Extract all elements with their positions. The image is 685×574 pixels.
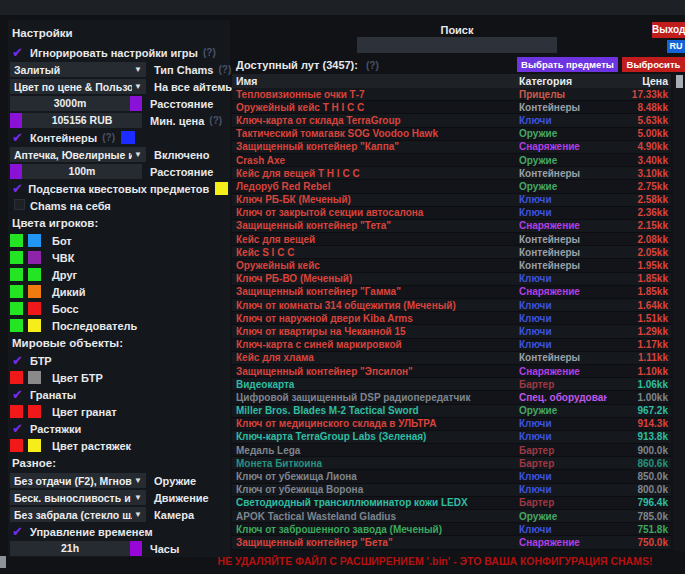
color-swatch[interactable] xyxy=(28,302,41,315)
loot-table-row[interactable]: Ключ от убежища ВоронаКлючи800.0k xyxy=(232,484,671,497)
dropdown[interactable]: Без отдачи (F2), Мгновенное п▼ xyxy=(10,473,146,488)
select-kappa-items-button[interactable]: Выбрать предметы каппа xyxy=(517,57,618,72)
loot-table-row[interactable]: Тепловизионные очки Т-7Прицелы17.33kk xyxy=(232,88,671,101)
loot-table-row[interactable]: Ключ от закрытой секции автосалонаКлючи2… xyxy=(232,207,671,220)
loot-table-row[interactable]: Ключ-карта с синей маркировкойКлючи1.17k… xyxy=(232,339,671,352)
dropdown[interactable]: Залитый▼ xyxy=(10,62,146,77)
loot-table-row[interactable]: Кейс для вещейКонтейнеры2.08kk xyxy=(232,233,671,246)
loot-table-row[interactable]: Ледоруб Red RebelОружие2.75kk xyxy=(232,180,671,193)
loot-table-row[interactable]: Ключ от медицинского склада в УЛЬТРАКлюч… xyxy=(232,418,671,431)
loot-table-row[interactable]: Ключ-карта от склада TerraGroupКлючи5.63… xyxy=(232,114,671,127)
loot-table-row[interactable]: ВидеокартаБартер1.06kk xyxy=(232,378,671,391)
loot-table-row[interactable]: Кейс для вещей T H I C CКонтейнеры3.10kk xyxy=(232,167,671,180)
input-label: Часы xyxy=(150,543,179,555)
color-swatch[interactable] xyxy=(28,371,41,384)
loot-table-row[interactable]: Ключ РБ-БК (Меченый)Ключи2.58kk xyxy=(232,194,671,207)
loot-table-row[interactable]: Защищенный контейнер "Эпсилон"Снаряжение… xyxy=(232,365,671,378)
color-swatch[interactable] xyxy=(10,405,23,418)
color-swatch[interactable] xyxy=(10,113,22,128)
color-swatch[interactable] xyxy=(10,164,22,179)
loot-table-row[interactable]: Оружейный кейс T H I C CКонтейнеры8.48kk xyxy=(232,101,671,114)
color-swatch[interactable] xyxy=(10,319,23,332)
checkbox-checked[interactable]: ✔ xyxy=(10,130,30,145)
loot-hint-icon[interactable]: (?) xyxy=(366,60,379,71)
checkbox-checked[interactable]: ✔ xyxy=(10,353,30,368)
dropdown[interactable]: Без забрала (стекло шлема)▼ xyxy=(10,507,146,522)
loot-table-row[interactable]: Монета БиткоинаБартер860.6k xyxy=(232,457,671,470)
dropdown[interactable]: Цвет по цене & Пользователь▼ xyxy=(10,79,146,94)
color-swatch[interactable] xyxy=(28,268,41,281)
left-edge-handle[interactable] xyxy=(0,556,6,568)
dropdown-value: Без отдачи (F2), Мгновенное п xyxy=(14,475,132,487)
color-swatch[interactable] xyxy=(10,285,23,298)
hint-icon[interactable]: (?) xyxy=(209,115,222,126)
color-swatch[interactable] xyxy=(28,234,41,247)
loot-table-row[interactable]: Ключ от квартиры на Чеканной 15Ключи1.29… xyxy=(232,325,671,338)
checkbox-checked[interactable]: ✔ xyxy=(10,421,30,436)
value-input[interactable]: 3000m xyxy=(10,96,130,111)
checkbox-unchecked[interactable] xyxy=(10,198,30,213)
hint-icon[interactable]: (?) xyxy=(203,47,216,58)
color-swatch[interactable] xyxy=(10,234,23,247)
value-input[interactable]: 105156 RUB xyxy=(22,113,142,128)
drop-all-button[interactable]: Выбросить все xyxy=(622,57,685,72)
chevron-down-icon: ▼ xyxy=(134,65,142,74)
color-swatch[interactable] xyxy=(130,96,142,111)
checkbox-checked[interactable]: ✔ xyxy=(10,181,28,196)
color-swatch[interactable] xyxy=(28,251,41,264)
color-swatch[interactable] xyxy=(28,439,41,452)
color-swatch[interactable] xyxy=(10,371,23,384)
loot-table-row[interactable]: Кейс для хламаКонтейнеры1.11kk xyxy=(232,352,671,365)
dropdown[interactable]: Беск. выносливость и нет уста▼ xyxy=(10,490,146,505)
loot-table-row[interactable]: Ключ-карта TerraGroup Labs (Зеленая)Ключ… xyxy=(232,431,671,444)
loot-item-category: Бартер xyxy=(519,379,607,390)
column-header-category[interactable]: Категория xyxy=(519,75,607,87)
loot-table-row[interactable]: Miller Bros. Blades M-2 Tactical SwordОр… xyxy=(232,405,671,418)
loot-table-row[interactable]: Ключ от убежища ЛионаКлючи850.0k xyxy=(232,470,671,483)
color-swatch[interactable] xyxy=(121,131,135,144)
language-button[interactable]: RU xyxy=(667,40,685,53)
exit-button[interactable]: Выход xyxy=(652,22,685,38)
color-swatch[interactable] xyxy=(10,251,23,264)
color-swatch[interactable] xyxy=(10,268,23,281)
loot-table-row[interactable]: Медаль LegaБартер900.0k xyxy=(232,444,671,457)
loot-table-row[interactable]: Ключ от заброшенного завода (Меченый)Клю… xyxy=(232,523,671,536)
loot-table-row[interactable]: Ключ РБ-ВО (Меченый)Ключи1.85kk xyxy=(232,273,671,286)
loot-table-row[interactable]: Тактический томагавк SOG Voodoo HawkОруж… xyxy=(232,128,671,141)
search-input[interactable] xyxy=(357,37,557,53)
color-swatch[interactable] xyxy=(28,405,41,418)
color-swatch[interactable] xyxy=(215,182,228,195)
dropdown[interactable]: Аптечка, Ювелирные и...▼ xyxy=(10,147,146,162)
loot-table-row[interactable]: Цифровой защищенный DSP радиопередатчикС… xyxy=(232,391,671,404)
hint-icon[interactable]: (?) xyxy=(102,132,115,143)
column-header-name[interactable]: Имя xyxy=(232,75,519,87)
loot-table-row[interactable]: APOK Tactical Wasteland GladiusОружие785… xyxy=(232,510,671,523)
loot-table-row[interactable]: Оружейный кейсКонтейнеры1.95kk xyxy=(232,259,671,272)
loot-table-row[interactable]: Защищенный контейнер "Бета"Снаряжение750… xyxy=(232,536,671,549)
color-swatch[interactable] xyxy=(130,541,142,556)
color-swatch[interactable] xyxy=(28,319,41,332)
loot-table-row[interactable]: Защищенный контейнер "Каппа"Снаряжение4.… xyxy=(232,141,671,154)
loot-table-row[interactable]: Кейс S I C CКонтейнеры2.05kk xyxy=(232,246,671,259)
checkbox-checked[interactable]: ✔ xyxy=(10,524,30,539)
loot-table-row[interactable]: Ключ от наружной двери Kiba ArmsКлючи1.5… xyxy=(232,312,671,325)
color-swatch[interactable] xyxy=(28,285,41,298)
checkbox-checked[interactable]: ✔ xyxy=(10,45,30,60)
color-swatch[interactable] xyxy=(10,439,23,452)
color-swatch[interactable] xyxy=(10,302,23,315)
loot-table-row[interactable]: Ключ от комнаты 314 общежития (Меченый)К… xyxy=(232,299,671,312)
loot-item-price: 796.4k xyxy=(607,497,671,508)
hint-icon[interactable]: (?) xyxy=(218,64,231,75)
loot-item-category: Оружие xyxy=(519,405,607,416)
loot-table-row[interactable]: Защищенный контейнер "Гамма"Снаряжение1.… xyxy=(232,286,671,299)
value-input[interactable]: 21h xyxy=(10,541,130,556)
value-input[interactable]: 100m xyxy=(22,164,142,179)
settings-row: Без отдачи (F2), Мгновенное п▼Оружие xyxy=(8,472,230,489)
table-scrollbar[interactable] xyxy=(673,74,685,551)
column-header-price[interactable]: Цена xyxy=(607,75,671,87)
loot-table-row[interactable]: Светодиодный трансиллюминатор кожи LEDXБ… xyxy=(232,497,671,510)
loot-table-row[interactable]: Crash AxeОружие3.40kk xyxy=(232,154,671,167)
checkbox-checked[interactable]: ✔ xyxy=(10,387,30,402)
table-scrollbar-thumb[interactable] xyxy=(676,75,683,88)
loot-table-row[interactable]: Защищенный контейнер "Тета"Снаряжение2.1… xyxy=(232,220,671,233)
